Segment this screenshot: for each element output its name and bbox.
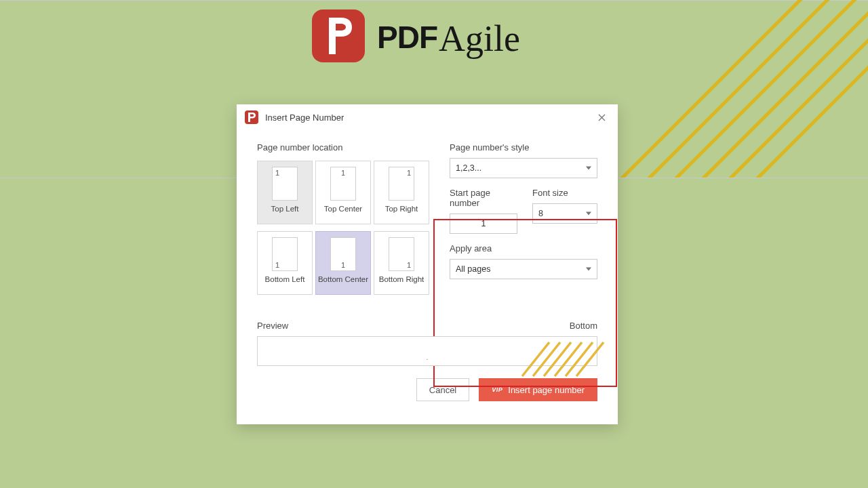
mini-page-icon: 1 bbox=[389, 167, 414, 201]
mini-page-icon: 1 bbox=[330, 167, 356, 201]
svg-line-3 bbox=[692, 0, 868, 190]
svg-line-2 bbox=[665, 0, 868, 190]
start-page-label: Start page number bbox=[450, 188, 517, 208]
location-grid: 1Top Left1Top Center1Top Right1Bottom Le… bbox=[257, 161, 428, 295]
svg-line-5 bbox=[746, 0, 868, 190]
location-tile-top-center[interactable]: 1Top Center bbox=[315, 161, 371, 224]
page-number-sample: 1 bbox=[275, 261, 279, 269]
page-number-sample: 1 bbox=[407, 169, 411, 177]
font-size-label: Font size bbox=[532, 188, 597, 198]
insert-label: Insert page number bbox=[508, 385, 585, 395]
mini-page-icon: 1 bbox=[330, 237, 356, 271]
dialog-title: Insert Page Number bbox=[265, 113, 344, 123]
location-caption: Bottom Right bbox=[379, 275, 424, 283]
mini-page-icon: 1 bbox=[389, 237, 414, 271]
font-size-value: 8 bbox=[538, 209, 543, 218]
chevron-down-icon bbox=[586, 268, 591, 271]
chevron-down-icon bbox=[586, 212, 591, 216]
location-caption: Bottom Center bbox=[318, 275, 368, 283]
style-select[interactable]: 1,2,3... bbox=[450, 158, 597, 178]
svg-line-1 bbox=[637, 0, 844, 190]
location-caption: Top Right bbox=[385, 205, 418, 213]
location-caption: Top Left bbox=[271, 205, 299, 213]
cancel-button[interactable]: Cancel bbox=[416, 378, 469, 401]
preview-side: Bottom bbox=[570, 321, 597, 331]
preview-label: Preview bbox=[257, 321, 288, 331]
vip-badge: VIP bbox=[492, 386, 502, 393]
logo-text-agile: Agile bbox=[439, 18, 520, 60]
cancel-label: Cancel bbox=[429, 385, 456, 395]
app-icon bbox=[245, 110, 258, 124]
app-logo: PDF Agile bbox=[312, 9, 520, 62]
svg-line-4 bbox=[719, 0, 868, 190]
location-tile-bottom-center[interactable]: 1Bottom Center bbox=[315, 231, 371, 295]
svg-line-10 bbox=[566, 342, 593, 376]
location-label: Page number location bbox=[257, 142, 428, 152]
logo-badge-icon bbox=[312, 9, 365, 62]
location-tile-bottom-left[interactable]: 1Bottom Left bbox=[257, 231, 313, 295]
page-number-sample: 1 bbox=[407, 261, 411, 269]
dialog-titlebar: Insert Page Number bbox=[237, 104, 618, 130]
apply-area-value: All pages bbox=[456, 264, 490, 274]
svg-line-0 bbox=[610, 0, 817, 190]
location-tile-top-left[interactable]: 1Top Left bbox=[257, 161, 313, 224]
chevron-down-icon bbox=[586, 167, 591, 170]
apply-area-label: Apply area bbox=[450, 243, 597, 253]
location-tile-bottom-right[interactable]: 1Bottom Right bbox=[374, 231, 429, 295]
location-tile-top-right[interactable]: 1Top Right bbox=[374, 161, 429, 224]
background: PDF Agile Insert Page Number Page number… bbox=[0, 0, 868, 488]
style-value: 1,2,3... bbox=[456, 163, 481, 173]
mini-page-icon: 1 bbox=[272, 167, 298, 201]
svg-line-8 bbox=[544, 342, 571, 376]
style-label: Page number's style bbox=[450, 142, 597, 152]
page-number-sample: 1 bbox=[341, 169, 345, 177]
svg-line-6 bbox=[522, 342, 549, 376]
page-number-sample: 1 bbox=[341, 261, 345, 269]
mini-page-icon: 1 bbox=[272, 237, 298, 271]
preview-box: . bbox=[257, 336, 597, 366]
location-caption: Top Center bbox=[324, 205, 362, 213]
start-page-value: 1 bbox=[481, 219, 486, 228]
preview-tick: . bbox=[427, 354, 429, 361]
font-size-select[interactable]: 8 bbox=[532, 203, 597, 224]
page-number-sample: 1 bbox=[275, 169, 279, 177]
top-border bbox=[0, 0, 868, 1]
apply-area-select[interactable]: All pages bbox=[450, 259, 597, 279]
svg-line-11 bbox=[576, 342, 604, 376]
logo-text-pdf: PDF bbox=[377, 19, 437, 56]
svg-line-9 bbox=[555, 342, 582, 376]
svg-line-7 bbox=[533, 342, 560, 376]
start-page-input[interactable]: 1 bbox=[450, 214, 517, 234]
insert-page-number-button[interactable]: VIP Insert page number bbox=[479, 378, 597, 401]
close-button[interactable] bbox=[592, 108, 611, 127]
location-caption: Bottom Left bbox=[265, 275, 305, 283]
insert-page-number-dialog: Insert Page Number Page number location … bbox=[237, 104, 618, 424]
